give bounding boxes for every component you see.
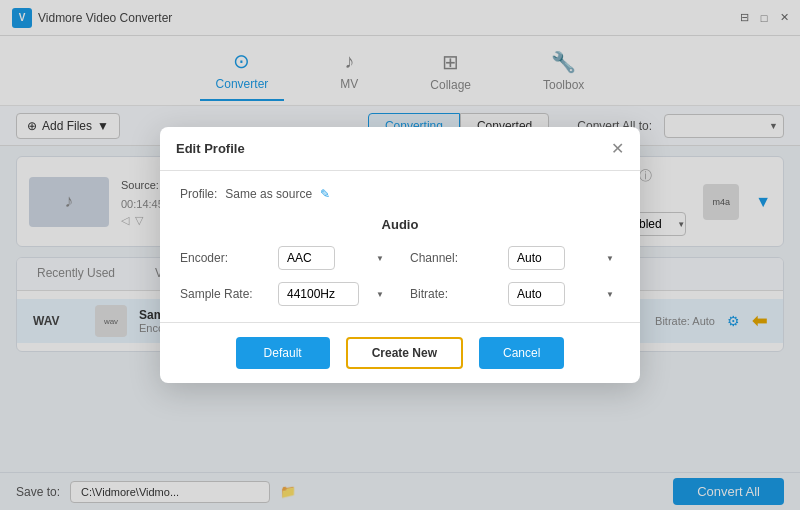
section-audio-title: Audio xyxy=(180,217,620,232)
sample-rate-row: Sample Rate: 44100Hz xyxy=(180,282,390,306)
sample-rate-select-wrapper: 44100Hz xyxy=(278,282,390,306)
modal-overlay: Edit Profile ✕ Profile: Same as source ✎… xyxy=(0,0,800,510)
modal-body: Profile: Same as source ✎ Audio Encoder:… xyxy=(160,171,640,322)
encoder-row: Encoder: AAC xyxy=(180,246,390,270)
channel-row: Channel: Auto xyxy=(410,246,620,270)
bitrate-select[interactable]: Auto xyxy=(508,282,565,306)
encoder-select[interactable]: AAC xyxy=(278,246,335,270)
profile-value: Same as source xyxy=(225,187,312,201)
channel-select-wrapper-modal: Auto xyxy=(508,246,620,270)
profile-edit-icon[interactable]: ✎ xyxy=(320,187,330,201)
channel-select-modal[interactable]: Auto xyxy=(508,246,565,270)
profile-row: Profile: Same as source ✎ xyxy=(180,187,620,201)
sample-rate-select[interactable]: 44100Hz xyxy=(278,282,359,306)
edit-profile-modal: Edit Profile ✕ Profile: Same as source ✎… xyxy=(160,127,640,383)
sample-rate-label: Sample Rate: xyxy=(180,287,270,301)
encoder-label: Encoder: xyxy=(180,251,270,265)
bitrate-row: Bitrate: Auto xyxy=(410,282,620,306)
cancel-button[interactable]: Cancel xyxy=(479,337,564,369)
create-new-button[interactable]: Create New xyxy=(346,337,463,369)
bitrate-select-wrapper: Auto xyxy=(508,282,620,306)
audio-form-grid: Encoder: AAC Channel: Auto xyxy=(180,246,620,306)
channel-label: Channel: xyxy=(410,251,500,265)
modal-footer: Default Create New Cancel xyxy=(160,322,640,383)
default-button[interactable]: Default xyxy=(236,337,330,369)
encoder-select-wrapper: AAC xyxy=(278,246,390,270)
bitrate-label: Bitrate: xyxy=(410,287,500,301)
modal-title: Edit Profile xyxy=(176,141,245,156)
modal-header: Edit Profile ✕ xyxy=(160,127,640,171)
profile-label: Profile: xyxy=(180,187,217,201)
modal-close-button[interactable]: ✕ xyxy=(611,139,624,158)
